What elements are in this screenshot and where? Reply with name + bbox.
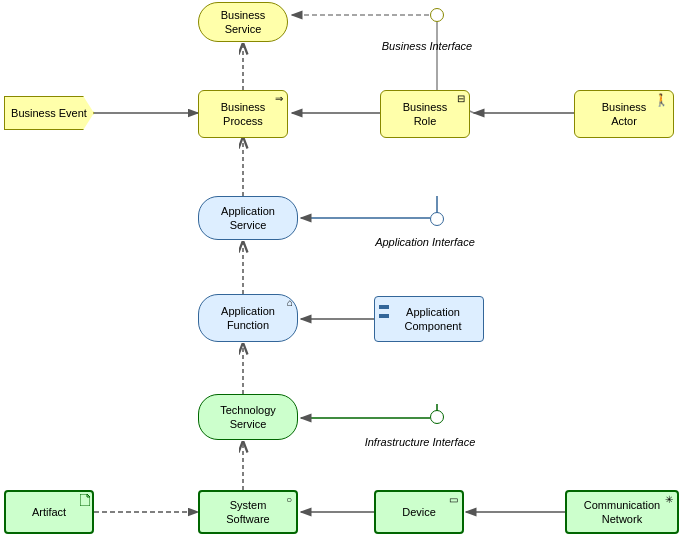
application-function-node: Application Function ⌂ — [198, 294, 298, 342]
application-function-label: Application Function — [221, 304, 275, 333]
business-interface-circle — [430, 8, 444, 22]
system-software-node: System Software ○ — [198, 490, 298, 534]
business-actor-node: Business Actor 🚶 — [574, 90, 674, 138]
business-event-label: Business Event — [11, 107, 87, 119]
infrastructure-interface-circle — [430, 410, 444, 424]
artifact-label: Artifact — [32, 506, 66, 518]
svg-marker-19 — [80, 494, 90, 506]
system-software-icon: ○ — [286, 494, 292, 505]
device-node: Device ▭ — [374, 490, 464, 534]
device-icon: ▭ — [449, 494, 458, 505]
business-interface-label: Business Interface — [362, 36, 492, 56]
arrows-layer — [0, 0, 685, 548]
business-process-node: Business Process ⇒ — [198, 90, 288, 138]
business-event-node: Business Event — [4, 96, 94, 130]
application-interface-label: Application Interface — [355, 232, 495, 252]
business-role-node: Business Role ⊟ — [380, 90, 470, 138]
comm-network-node: Communication Network ✳ — [565, 490, 679, 534]
technology-service-node: Technology Service — [198, 394, 298, 440]
business-role-icon: ⊟ — [457, 93, 465, 104]
application-function-icon: ⌂ — [287, 297, 293, 308]
application-component-label: Application Component — [405, 305, 462, 334]
business-service-label: Business Service — [221, 8, 266, 37]
business-service-node: Business Service — [198, 2, 288, 42]
comm-network-icon: ✳ — [665, 494, 673, 505]
application-interface-circle — [430, 212, 444, 226]
business-process-icon: ⇒ — [275, 93, 283, 104]
application-service-label: Application Service — [221, 204, 275, 233]
technology-service-label: Technology Service — [220, 403, 276, 432]
business-actor-label: Business Actor — [602, 100, 647, 129]
application-component-node: Application Component — [374, 296, 484, 342]
infrastructure-interface-label: Infrastructure Interface — [345, 432, 495, 452]
business-process-label: Business Process — [221, 100, 266, 129]
application-service-node: Application Service — [198, 196, 298, 240]
diagram-container: Business Service Business Interface Busi… — [0, 0, 685, 548]
comm-network-label: Communication Network — [584, 498, 660, 527]
device-label: Device — [402, 506, 436, 518]
system-software-label: System Software — [226, 498, 269, 527]
artifact-node: Artifact — [4, 490, 94, 534]
business-role-label: Business Role — [403, 100, 448, 129]
business-actor-icon: 🚶 — [654, 93, 669, 107]
